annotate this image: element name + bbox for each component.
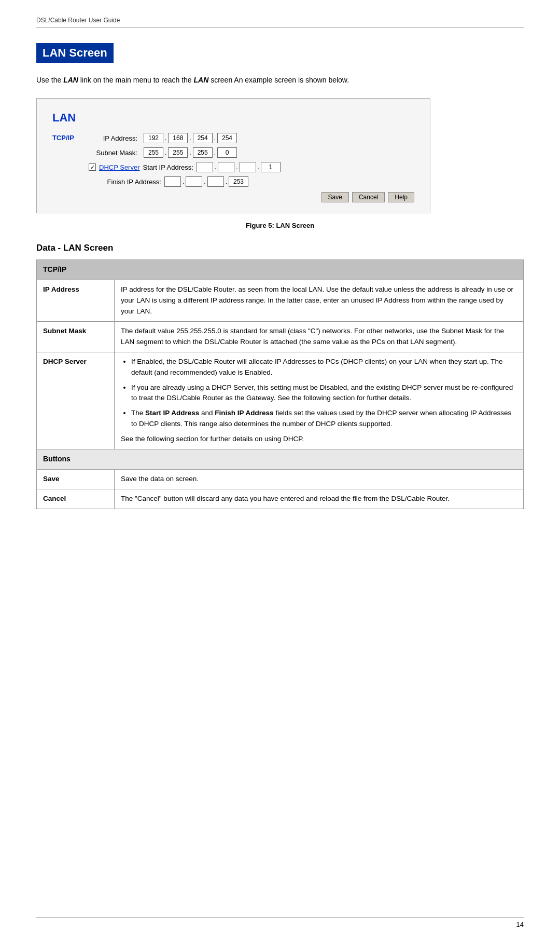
subnet-octet-3[interactable]: 255	[193, 147, 213, 158]
dhcp-server-link[interactable]: DHCP Server	[99, 163, 140, 171]
dhcp-bullet-3: The Start IP Address and Finish IP Addre…	[131, 408, 517, 430]
start-ip-label: Start IP Address:	[143, 163, 193, 171]
lan-content: TCP/IP IP Address: 192 . 168 . 254 . 254	[52, 133, 414, 202]
table-row-ip-address: IP Address IP address for the DSL/Cable …	[37, 280, 524, 322]
subnet-octet-4[interactable]: 0	[217, 147, 237, 158]
ip-address-row: IP Address: 192 . 168 . 254 . 254	[89, 133, 414, 143]
figure-caption: Figure 5: LAN Screen	[36, 222, 524, 229]
table-row-save: Save Save the data on screen.	[37, 469, 524, 489]
cancel-label-cell: Cancel	[37, 489, 115, 509]
finish-ip-octet-1[interactable]	[164, 176, 181, 187]
start-ip-octet-1[interactable]	[197, 162, 213, 172]
dhcp-checkbox[interactable]: ✓	[89, 163, 96, 171]
table-row-cancel: Cancel The "Cancel" button will discard …	[37, 489, 524, 509]
tcpip-header-cell: TCP/IP	[37, 260, 524, 280]
buttons-header-cell: Buttons	[37, 449, 524, 470]
ip-octet-2[interactable]: 168	[168, 133, 188, 143]
tcpip-header-row: TCP/IP	[37, 260, 524, 280]
subnet-mask-row: Subnet Mask: 255 . 255 . 255 . 0	[89, 147, 414, 158]
subnet-mask-label: Subnet Mask:	[89, 149, 141, 157]
page-header-text: DSL/Cable Router User Guide	[36, 17, 120, 24]
subnet-octet-2[interactable]: 255	[168, 147, 188, 158]
figure-caption-text: Figure 5: LAN Screen	[246, 222, 314, 229]
data-table: TCP/IP IP Address IP address for the DSL…	[36, 259, 524, 509]
ip-octet-4[interactable]: 254	[217, 133, 237, 143]
table-row-dhcp: DHCP Server If Enabled, the DSL/Cable Ro…	[37, 352, 524, 449]
dhcp-bullet-list: If Enabled, the DSL/Cable Router will al…	[121, 357, 517, 430]
dhcp-desc: If Enabled, the DSL/Cable Router will al…	[115, 352, 524, 449]
ip-address-label: IP Address:	[89, 134, 141, 142]
finish-ip-row: Finish IP Address: . . . 253	[89, 176, 414, 187]
dhcp-bullet-2: If you are already using a DHCP Server, …	[131, 382, 517, 404]
lan-mockup-title: LAN	[52, 111, 414, 125]
finish-ip-octet-3[interactable]	[207, 176, 224, 187]
finish-ip-inputs: . . . 253	[164, 176, 248, 187]
cancel-desc: The "Cancel" button will discard any dat…	[115, 489, 524, 509]
ip-address-label-cell: IP Address	[37, 280, 115, 322]
ip-octet-3[interactable]: 254	[193, 133, 213, 143]
subnet-mask-desc: The default value 255.255.255.0 is stand…	[115, 321, 524, 352]
start-ip-bold: Start IP Address	[145, 409, 199, 417]
start-ip-octet-2[interactable]	[218, 162, 234, 172]
dhcp-label-cell: DHCP Server	[37, 352, 115, 449]
intro-text: Use the LAN link on the main menu to rea…	[36, 74, 482, 86]
ip-address-desc: IP address for the DSL/Cable Router, as …	[115, 280, 524, 322]
start-ip-inputs: . . . 1	[197, 162, 281, 172]
start-ip-octet-4[interactable]: 1	[261, 162, 281, 172]
lan-fields: IP Address: 192 . 168 . 254 . 254 Subnet…	[89, 133, 414, 202]
subnet-mask-inputs: 255 . 255 . 255 . 0	[144, 147, 237, 158]
buttons-header-row: Buttons	[37, 449, 524, 470]
ip-octet-1[interactable]: 192	[144, 133, 163, 143]
subnet-mask-label-cell: Subnet Mask	[37, 321, 115, 352]
dhcp-server-row: ✓ DHCP Server Start IP Address: . . . 1	[89, 162, 414, 172]
page-header: DSL/Cable Router User Guide	[36, 16, 524, 28]
lan-link-1: LAN	[63, 76, 78, 84]
lan-link-2: LAN	[194, 76, 209, 84]
section-title: LAN Screen	[36, 43, 114, 63]
tcpip-label: TCP/IP	[52, 133, 89, 202]
finish-ip-bold: Finish IP Address	[215, 409, 273, 417]
dhcp-footer-text: See the following section for further de…	[121, 434, 517, 445]
save-desc: Save the data on screen.	[115, 469, 524, 489]
mockup-btn-row: Save Cancel Help	[89, 192, 414, 202]
page-container: DSL/Cable Router User Guide LAN Screen U…	[0, 0, 560, 944]
table-row-subnet-mask: Subnet Mask The default value 255.255.25…	[37, 321, 524, 352]
lan-screen-mockup: LAN TCP/IP IP Address: 192 . 168 . 254 .…	[36, 98, 430, 213]
save-button[interactable]: Save	[321, 192, 349, 202]
finish-ip-octet-2[interactable]	[186, 176, 202, 187]
cancel-button[interactable]: Cancel	[352, 192, 385, 202]
subnet-octet-1[interactable]: 255	[144, 147, 163, 158]
page-number: 14	[516, 921, 524, 928]
finish-ip-octet-4[interactable]: 253	[229, 176, 248, 187]
dhcp-bullet-1: If Enabled, the DSL/Cable Router will al…	[131, 357, 517, 378]
start-ip-octet-3[interactable]	[240, 162, 256, 172]
finish-ip-label: Finish IP Address:	[99, 178, 161, 186]
ip-address-inputs: 192 . 168 . 254 . 254	[144, 133, 237, 143]
data-section-title: Data - LAN Screen	[36, 243, 524, 253]
save-label-cell: Save	[37, 469, 115, 489]
page-footer: 14	[36, 917, 524, 928]
help-button[interactable]: Help	[388, 192, 414, 202]
